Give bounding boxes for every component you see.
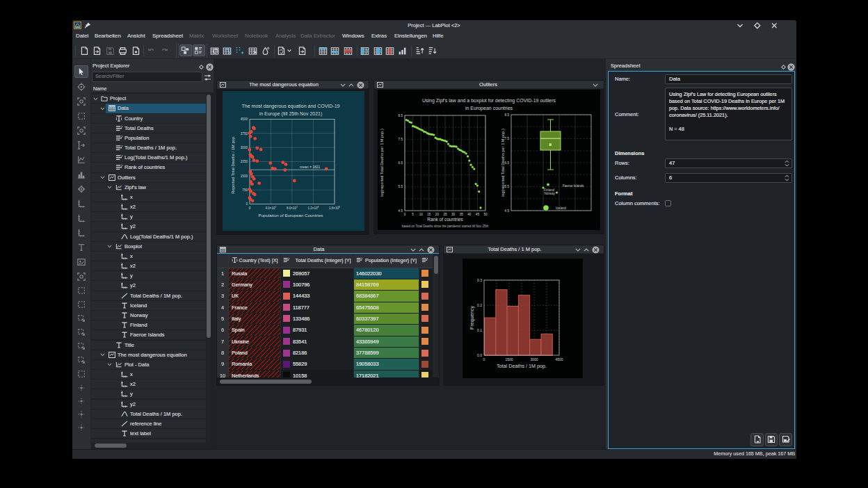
svg-text:8.5: 8.5: [505, 113, 510, 117]
svg-text:45: 45: [476, 213, 480, 216]
svg-text:1.2×108: 1.2×108: [308, 206, 319, 210]
svg-text:4.5: 4.5: [505, 209, 510, 213]
svg-text:6.5: 6.5: [505, 161, 510, 165]
svg-text:Finland: Finland: [544, 188, 555, 192]
svg-text:The most dangerous equation an: The most dangerous equation and COVID-19: [242, 104, 340, 109]
svg-text:Using Zipf's law and a boxplot: Using Zipf's law and a boxplot for detec…: [422, 98, 556, 104]
svg-text:5: 5: [412, 213, 414, 216]
svg-text:0: 0: [483, 357, 485, 361]
svg-text:mean = 1821: mean = 1821: [300, 165, 321, 169]
svg-text:Faeroe Islands: Faeroe Islands: [563, 184, 584, 188]
svg-text:8.0×107: 8.0×107: [287, 206, 298, 210]
svg-text:0.0: 0.0: [477, 353, 482, 357]
svg-text:5.5: 5.5: [505, 185, 510, 188]
svg-text:in Europe (till 25th Nov 2021): in Europe (till 25th Nov 2021): [259, 111, 323, 117]
svg-text:Population of European Countri: Population of European Countries: [259, 213, 323, 218]
svg-text:4.5: 4.5: [399, 209, 403, 213]
svg-text:1500: 1500: [505, 357, 513, 361]
svg-text:50: 50: [483, 213, 488, 216]
svg-text:3000: 3000: [241, 146, 248, 149]
svg-text:in European countries: in European countries: [465, 106, 513, 111]
svg-text:20: 20: [435, 213, 440, 216]
svg-text:8.5: 8.5: [399, 114, 403, 117]
svg-text:4500: 4500: [555, 357, 563, 361]
svg-text:750: 750: [242, 188, 248, 192]
svg-text:Reported Total Deaths / 1M pop: Reported Total Deaths / 1M pop.: [231, 136, 235, 194]
svg-text:log(reported Total Deaths per: log(reported Total Deaths per 1 M pop.): [501, 129, 505, 197]
svg-text:0: 0: [404, 213, 406, 216]
svg-text:3750: 3750: [241, 132, 248, 136]
svg-text:Rank of countries: Rank of countries: [427, 217, 463, 222]
svg-text:Total Deaths / 1M pop.: Total Deaths / 1M pop.: [497, 363, 547, 369]
svg-text:Iceland: Iceland: [556, 206, 566, 210]
svg-text:3000: 3000: [530, 357, 538, 361]
svg-text:4.0×107: 4.0×107: [266, 206, 277, 210]
svg-text:25: 25: [443, 213, 447, 216]
svg-text:Frequency: Frequency: [469, 306, 475, 330]
svg-text:based on Total Deaths since th: based on Total Deaths since the pandemic…: [402, 225, 489, 228]
svg-text:log(reported Total Deaths per: log(reported Total Deaths per 1 M pop.): [380, 129, 384, 197]
svg-text:1.6×108: 1.6×108: [329, 206, 340, 210]
svg-text:10: 10: [419, 213, 424, 216]
svg-text:2250: 2250: [241, 160, 248, 163]
svg-text:1500: 1500: [241, 174, 248, 178]
svg-text:6.5: 6.5: [399, 161, 403, 165]
svg-text:0: 0: [246, 202, 248, 206]
svg-text:0.3: 0.3: [477, 278, 482, 282]
svg-text:15: 15: [427, 213, 431, 216]
svg-text:35: 35: [460, 213, 464, 216]
svg-text:5.5: 5.5: [399, 185, 403, 188]
svg-text:7.5: 7.5: [505, 137, 510, 140]
svg-text:30: 30: [451, 213, 456, 216]
svg-text:0.2: 0.2: [477, 303, 482, 307]
svg-text:4500: 4500: [241, 117, 248, 121]
svg-text:Norway: Norway: [544, 192, 555, 195]
svg-text:40: 40: [467, 213, 472, 216]
svg-text:7.5: 7.5: [399, 138, 403, 141]
svg-text:0.1: 0.1: [477, 328, 482, 332]
